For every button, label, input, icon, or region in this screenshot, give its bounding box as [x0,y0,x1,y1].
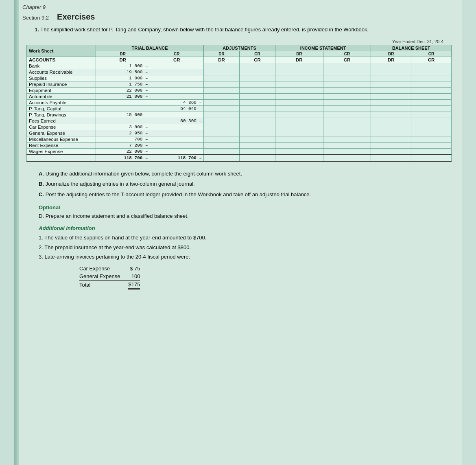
income-statement-header: INCOME STATEMENT [275,45,371,51]
instruction-d: D. Prepare an income statement and a cla… [39,212,454,220]
table-row: Car Expense3 800 – [27,124,452,130]
is-dr: DR [275,51,323,57]
instructions-section: A. Using the additional information give… [39,170,454,199]
list-item: General Expense100 [79,272,140,281]
additional-items-list: The value of the supplies on hand at the… [39,234,454,261]
table-row: Fees Earned60 300 – [27,118,452,124]
instruction-c: C. Post the adjusting entries to the T-a… [39,191,454,199]
tb-dr: DR [96,51,150,57]
is-cr: CR [323,51,371,57]
bs-dr: DR [371,51,411,57]
bs-cr-sub: CR [411,57,452,63]
is-dr-sub: DR [275,57,323,63]
bs-cr: CR [411,51,452,57]
section-label: Section 9.2 [22,15,49,21]
additional-info-title: Additional Information [39,225,454,231]
adj-cr-sub: CR [240,57,275,63]
table-row: Wages Expense22 000 – [27,148,452,155]
table-row: Bank1 800 – [27,63,452,69]
table-row: Accounts Receivable19 500 – [27,69,452,75]
table-row: Rent Expense7 200 – [27,142,452,148]
year-label: Year Ended Dec. 31, 20-4 [26,39,452,44]
table-row: Accounts Payable4 360 – [27,99,452,105]
adj-dr-sub: DR [204,57,240,63]
expense-detail-table: Car Expense$ 75General Expense100 Total … [79,265,140,290]
bs-dr-sub: DR [371,57,411,63]
instruction-a: A. Using the additional information give… [39,170,454,178]
adj-cr: CR [240,51,275,57]
work-sheet-table: Work Sheet TRIAL BALANCE ADJUSTMENTS INC… [26,45,452,162]
additional-item-2: The prepaid insurance at the year-end wa… [39,243,454,252]
instruction-b: B. Journalize the adjusting entries in a… [39,180,454,188]
trial-balance-header: TRIAL BALANCE [96,45,204,51]
optional-title: Optional [39,204,454,211]
table-row: P. Tang, Capital54 040 – [27,105,452,112]
table-row: Miscellaneous Expense700 – [27,136,452,142]
table-row: Prepaid Insurance1 750 – [27,81,452,87]
table-row: General Expense2 950 – [27,130,452,136]
table-row: Equipment22 000 – [27,87,452,93]
worksheet-container: Year Ended Dec. 31, 20-4 Work Sheet TRIA… [26,39,452,162]
section-header: Section 9.2 Exercises [22,12,454,22]
work-sheet-label: Work Sheet [27,45,96,57]
chapter-label: Chapter 9 [22,4,454,10]
table-row: P. Tang, Drawings15 000 – [27,112,452,118]
balance-sheet-header: BALANCE SHEET [371,45,452,51]
additional-item-3: Late-arriving invoices pertaining to the… [39,253,454,261]
total-row: 118 700 –118 700 – [27,155,452,161]
adj-dr: DR [204,51,240,57]
table-row: Supplies1 000 – [27,75,452,81]
section-title: Exercises [57,12,95,22]
total-label: Total [79,281,128,289]
accounts-header: ACCOUNTS [27,57,96,63]
expense-table: Car Expense$ 75General Expense100 Total … [79,265,454,290]
optional-section: Optional D. Prepare an income statement … [39,204,454,220]
tb-cr-sub: CR [150,57,204,63]
intro-text: 1. The simplified work sheet for P. Tang… [35,26,454,34]
total-amount: $175 [128,281,140,289]
tb-cr: CR [150,51,204,57]
tb-dr-sub: DR [96,57,150,63]
additional-info-section: Additional Information The value of the … [39,225,454,290]
expense-total-row: Total $175 [79,281,140,289]
adjustments-header: ADJUSTMENTS [204,45,275,51]
additional-item-1: The value of the supplies on hand at the… [39,234,454,242]
is-cr-sub: CR [323,57,371,63]
list-item: Car Expense$ 75 [79,265,140,272]
table-row: Automobile21 000 – [27,93,452,99]
